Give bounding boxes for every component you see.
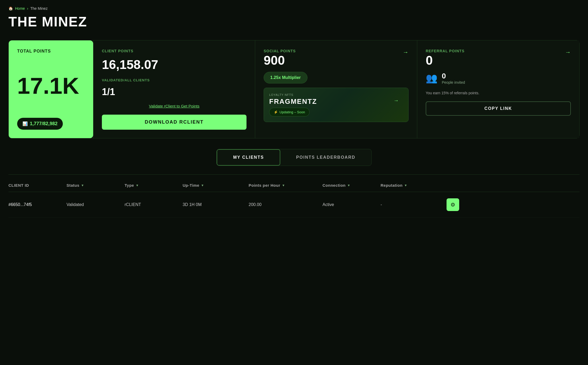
- table-row: #6650...74f5 Validated rCLIENT 3D 1H 0M …: [8, 192, 580, 218]
- nft-label: LOYALTY NFTs: [269, 93, 403, 96]
- client-points-card: CLIENT POINTS 16,158.07 VALIDATED/ALL CL…: [93, 40, 255, 138]
- clients-table: CLIENT ID Status ▼ Type ▼ Up-Time ▼ Poin…: [8, 174, 580, 218]
- cell-action: ⚙: [447, 198, 468, 211]
- download-rclient-button[interactable]: DOWNLOAD RCLIENT: [102, 115, 246, 130]
- validated-clients-value: 1/1: [102, 86, 246, 97]
- social-points-card: SOCIAL POINTS 900 → 1.25x Multiplier LOY…: [255, 40, 417, 138]
- breadcrumb-home[interactable]: Home: [15, 6, 25, 11]
- home-icon: 🏠: [8, 6, 13, 11]
- breadcrumb: 🏠 Home › The Minez: [8, 6, 580, 11]
- breadcrumb-current: The Minez: [30, 6, 48, 11]
- header-client-id: CLIENT ID: [8, 183, 67, 188]
- total-points-label: TOTAL POINTS: [17, 49, 85, 54]
- rank-value: 1,777/82,982: [30, 121, 58, 127]
- people-count: 0: [442, 72, 465, 80]
- total-points-card: TOTAL POINTS 17.1K 📊 1,777/82,982: [9, 40, 93, 138]
- table-header: CLIENT ID Status ▼ Type ▼ Up-Time ▼ Poin…: [8, 179, 580, 192]
- people-label: People invited: [442, 80, 465, 85]
- people-icon: 👥: [426, 73, 438, 84]
- header-type: Type ▼: [125, 183, 183, 188]
- header-action: [447, 183, 468, 188]
- cell-points-per-hour: 200.00: [249, 202, 323, 207]
- cell-status: Validated: [67, 202, 125, 207]
- nft-content: LOYALTY NFTs FRAGMENTZ → ⚡ Updating – So…: [269, 93, 403, 116]
- cell-client-id: #6650...74f5: [8, 202, 67, 207]
- uptime-sort-icon[interactable]: ▼: [201, 184, 204, 187]
- social-points-value: 900: [264, 53, 296, 68]
- cell-reputation: -: [381, 202, 447, 207]
- social-points-header: SOCIAL POINTS 900 →: [264, 49, 409, 68]
- status-sort-icon[interactable]: ▼: [81, 184, 84, 187]
- referral-points-header: REFERRAL POINTS 0 →: [426, 49, 571, 68]
- header-points-per-hour: Points per Hour ▼: [249, 183, 323, 188]
- type-sort-icon[interactable]: ▼: [136, 184, 139, 187]
- header-reputation: Reputation ▼: [381, 183, 447, 188]
- referral-points-value: 0: [426, 53, 464, 68]
- loyalty-nft-card[interactable]: LOYALTY NFTs FRAGMENTZ → ⚡ Updating – So…: [264, 88, 409, 122]
- cell-type: rCLIENT: [125, 202, 183, 207]
- tab-my-clients[interactable]: MY CLIENTS: [217, 149, 280, 166]
- social-points-label: SOCIAL POINTS: [264, 49, 296, 53]
- referral-arrow[interactable]: →: [565, 49, 571, 56]
- referral-people-info: 0 People invited: [442, 72, 465, 85]
- stats-row: TOTAL POINTS 17.1K 📊 1,777/82,982 CLIENT…: [8, 40, 580, 138]
- validated-clients-label: VALIDATED/ALL CLIENTS: [102, 78, 246, 82]
- updating-badge: ⚡ Updating – Soon: [269, 108, 310, 116]
- multiplier-badge[interactable]: 1.25x Multiplier: [264, 72, 307, 83]
- copy-link-button[interactable]: COPY LINK: [426, 101, 571, 116]
- reputation-sort-icon[interactable]: ▼: [404, 184, 407, 187]
- tabs-container: MY CLIENTS POINTS LEADERBOARD: [216, 149, 371, 166]
- referral-points-label: REFERRAL POINTS: [426, 49, 464, 53]
- page-title: THE MINEZ: [8, 14, 580, 30]
- validate-link[interactable]: Validate rClient to Get Points: [102, 104, 246, 108]
- social-points-header-left: SOCIAL POINTS 900: [264, 49, 296, 68]
- client-points-value: 16,158.07: [102, 57, 246, 72]
- header-status: Status ▼: [67, 183, 125, 188]
- referral-header-left: REFERRAL POINTS 0: [426, 49, 464, 68]
- breadcrumb-separator: ›: [27, 6, 28, 11]
- social-points-arrow[interactable]: →: [403, 49, 409, 56]
- updating-text: Updating – Soon: [279, 110, 305, 114]
- nft-name: FRAGMENTZ: [269, 97, 403, 106]
- referral-earn-text: You earn 15% of referrals points.: [426, 91, 571, 95]
- tab-points-leaderboard[interactable]: POINTS LEADERBOARD: [280, 149, 371, 166]
- header-uptime: Up-Time ▼: [183, 183, 249, 188]
- tabs-row: MY CLIENTS POINTS LEADERBOARD: [8, 149, 580, 166]
- cell-uptime: 3D 1H 0M: [183, 202, 249, 207]
- settings-button[interactable]: ⚙: [447, 198, 459, 211]
- nft-arrow: →: [393, 97, 399, 104]
- lightning-icon: ⚡: [274, 110, 278, 114]
- points-per-hour-sort-icon[interactable]: ▼: [282, 184, 285, 187]
- bar-chart-icon: 📊: [22, 121, 28, 126]
- rank-badge: 📊 1,777/82,982: [17, 118, 63, 130]
- referral-points-card: REFERRAL POINTS 0 → 👥 0 People invited Y…: [417, 40, 579, 138]
- header-connection: Connection ▼: [323, 183, 381, 188]
- connection-sort-icon[interactable]: ▼: [347, 184, 350, 187]
- referral-people-row: 👥 0 People invited: [426, 72, 571, 85]
- total-points-value: 17.1K: [17, 74, 85, 97]
- client-points-label: CLIENT POINTS: [102, 49, 246, 53]
- cell-connection: Active: [323, 202, 381, 207]
